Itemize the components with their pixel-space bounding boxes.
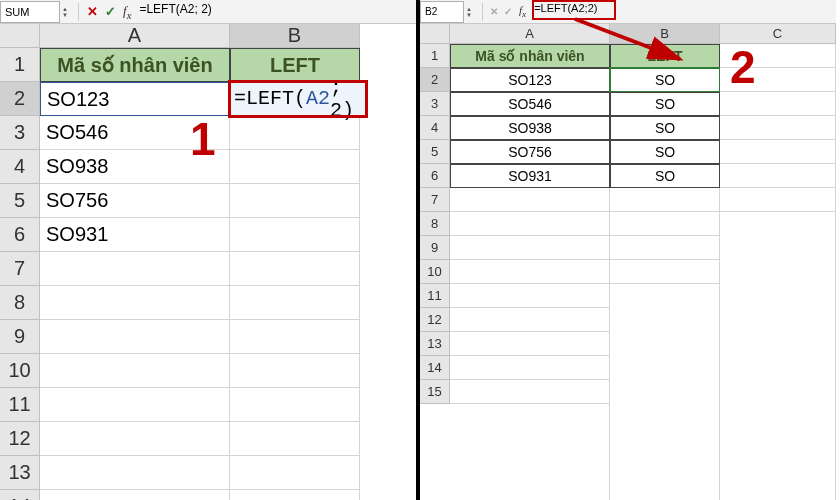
row-header[interactable]: 14 [420, 356, 450, 380]
row-header[interactable]: 9 [0, 320, 40, 354]
row-header[interactable]: 1 [420, 44, 450, 68]
row-header[interactable]: 10 [420, 260, 450, 284]
row-header[interactable]: 11 [0, 388, 40, 422]
header-cell-a[interactable]: Mã số nhân viên [450, 44, 610, 68]
cancel-icon: ✕ [487, 5, 501, 19]
grid[interactable]: A B C 1 2 3 4 5 6 7 8 9 10 11 12 13 14 1… [420, 24, 836, 500]
row-header[interactable]: 4 [0, 150, 40, 184]
fx-icon[interactable]: fx [519, 4, 526, 19]
cell-A3[interactable]: SO546 [450, 92, 610, 116]
row-header[interactable]: 14 [0, 490, 40, 500]
left-spreadsheet: SUM ▲▼ ✕ ✓ fx =LEFT(A2; 2) A B 1 2 3 4 5… [0, 0, 420, 500]
cancel-icon[interactable]: ✕ [83, 3, 101, 21]
cell-A5[interactable]: SO756 [40, 184, 230, 218]
cell-A6[interactable]: SO931 [40, 218, 230, 252]
row-header[interactable]: 12 [0, 422, 40, 456]
row-header[interactable]: 7 [420, 188, 450, 212]
cell-B2-editing[interactable]: =LEFT(A2; 2) [230, 82, 366, 116]
row-header[interactable]: 2 [0, 82, 40, 116]
row-header[interactable]: 5 [420, 140, 450, 164]
row-header[interactable]: 9 [420, 236, 450, 260]
accept-icon[interactable]: ✓ [101, 3, 119, 21]
row-header[interactable]: 6 [0, 218, 40, 252]
col-header-B[interactable]: B [610, 24, 720, 44]
name-box[interactable]: SUM [0, 1, 60, 23]
namebox-dropdown-icon[interactable]: ▲▼ [62, 6, 74, 18]
grid[interactable]: A B 1 2 3 4 5 6 7 8 9 10 11 12 13 14 Mã … [0, 24, 416, 500]
row-header[interactable]: 3 [0, 116, 40, 150]
select-all-corner[interactable] [420, 24, 450, 44]
header-cell-a[interactable]: Mã số nhân viên [40, 48, 230, 82]
cell-B6[interactable]: SO [610, 164, 720, 188]
cell-A5[interactable]: SO756 [450, 140, 610, 164]
row-header[interactable]: 4 [420, 116, 450, 140]
name-box[interactable]: B2 [420, 1, 464, 23]
row-header[interactable]: 6 [420, 164, 450, 188]
cell-A2[interactable]: SO123 [450, 68, 610, 92]
formula-input[interactable]: =LEFT(A2; 2) [135, 2, 416, 22]
cell-A2[interactable]: SO123 [40, 82, 230, 116]
cell-B5[interactable]: SO [610, 140, 720, 164]
cell-A4[interactable]: SO938 [40, 150, 230, 184]
col-header-A[interactable]: A [450, 24, 610, 44]
right-spreadsheet: B2 ▲▼ ✕ ✓ fx =LEFT(A2;2) A B C 1 2 3 4 5… [420, 0, 836, 500]
row-header[interactable]: 10 [0, 354, 40, 388]
cell-B3[interactable]: SO [610, 92, 720, 116]
row-header[interactable]: 2 [420, 68, 450, 92]
cell-A3[interactable]: SO546 [40, 116, 230, 150]
cell-B4[interactable]: SO [610, 116, 720, 140]
cell-A4[interactable]: SO938 [450, 116, 610, 140]
namebox-dropdown-icon[interactable]: ▲▼ [466, 6, 478, 18]
row-header[interactable]: 13 [420, 332, 450, 356]
row-header[interactable]: 13 [0, 456, 40, 490]
row-header[interactable]: 3 [420, 92, 450, 116]
fx-icon[interactable]: fx [123, 3, 131, 21]
cell-A6[interactable]: SO931 [450, 164, 610, 188]
col-header-B[interactable]: B [230, 24, 360, 48]
row-header[interactable]: 12 [420, 308, 450, 332]
col-header-A[interactable]: A [40, 24, 230, 48]
col-header-C[interactable]: C [720, 24, 836, 44]
header-cell-b[interactable]: LEFT [610, 44, 720, 68]
row-header[interactable]: 11 [420, 284, 450, 308]
formula-bar: B2 ▲▼ ✕ ✓ fx =LEFT(A2;2) [420, 0, 836, 24]
accept-icon: ✓ [501, 5, 515, 19]
row-header[interactable]: 1 [0, 48, 40, 82]
formula-input[interactable]: =LEFT(A2;2) [530, 2, 836, 22]
row-header[interactable]: 7 [0, 252, 40, 286]
row-header[interactable]: 5 [0, 184, 40, 218]
formula-bar: SUM ▲▼ ✕ ✓ fx =LEFT(A2; 2) [0, 0, 416, 24]
row-header[interactable]: 8 [0, 286, 40, 320]
cell-B2[interactable]: SO [610, 68, 720, 92]
select-all-corner[interactable] [0, 24, 40, 48]
row-header[interactable]: 15 [420, 380, 450, 404]
row-header[interactable]: 8 [420, 212, 450, 236]
